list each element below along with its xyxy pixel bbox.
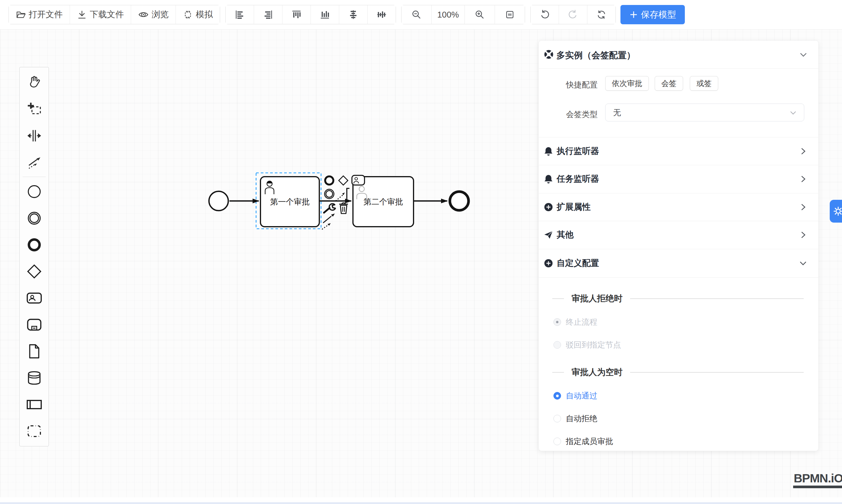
radio-circle — [554, 392, 561, 400]
align-top-icon — [291, 10, 302, 20]
radio-auto-reject[interactable]: 自动拒绝 — [554, 413, 597, 424]
bpmn-io-logo[interactable]: BPMN.iO — [793, 471, 842, 488]
create-data-store[interactable] — [20, 364, 49, 391]
empty-title: 审批人为空时 — [572, 366, 622, 378]
bpmn-editor: 打开文件 下载文件 浏览 模拟 — [0, 0, 842, 504]
toolbar: 打开文件 下载文件 浏览 模拟 — [0, 0, 842, 30]
create-gateway[interactable] — [20, 258, 49, 285]
connect-tool-button[interactable] — [321, 213, 337, 231]
file-button-group: 打开文件 下载文件 浏览 模拟 — [8, 5, 220, 24]
align-center-button[interactable] — [339, 5, 368, 24]
align-right-icon — [263, 10, 273, 20]
group-icon — [26, 423, 42, 439]
create-subprocess[interactable] — [20, 311, 49, 338]
chevron-down-icon[interactable] — [799, 51, 808, 59]
space-tool-icon — [27, 128, 42, 143]
append-gateway-button[interactable] — [337, 174, 349, 187]
sign-type-label: 会签类型 — [539, 109, 598, 120]
zoom-out-button[interactable] — [402, 5, 432, 24]
align-bottom-button[interactable] — [311, 5, 339, 24]
refresh-button[interactable] — [587, 5, 615, 24]
download-icon — [77, 10, 87, 20]
task-label: 第一个审批 — [261, 197, 319, 207]
create-participant[interactable] — [20, 391, 49, 418]
empty-title-divider: 审批人为空时 — [539, 366, 818, 378]
chevron-right-icon — [800, 231, 807, 239]
chevron-down-icon — [789, 110, 797, 116]
open-file-label: 打开文件 — [29, 9, 63, 20]
section-extended-properties[interactable]: 扩展属性 — [539, 198, 818, 216]
trash-icon[interactable] — [338, 201, 349, 214]
align-middle-vertical-icon — [376, 10, 387, 20]
align-center-horizontal-icon — [348, 10, 358, 20]
radio-return-to-node[interactable]: 驳回到指定节点 — [554, 340, 621, 350]
download-file-label: 下载文件 — [90, 9, 124, 20]
create-group[interactable] — [20, 418, 49, 444]
quick-btn-orsign[interactable]: 或签 — [690, 76, 718, 91]
reject-title: 审批人拒绝时 — [572, 293, 622, 305]
create-user-task[interactable] — [20, 285, 49, 311]
section-label: 执行监听器 — [557, 145, 599, 157]
radio-terminate-process[interactable]: 终止流程 — [554, 317, 597, 327]
radio-label: 自动通过 — [566, 391, 597, 401]
gateway-icon — [26, 263, 42, 280]
sign-type-select[interactable]: 无 — [605, 104, 804, 121]
append-end-event-button[interactable] — [323, 175, 335, 186]
append-intermediate-event-button[interactable] — [323, 188, 335, 200]
bottom-accent-strip — [0, 502, 842, 504]
section-task-listeners[interactable]: 任务监听器 — [539, 170, 818, 188]
start-event-icon — [26, 183, 42, 200]
open-file-button[interactable]: 打开文件 — [9, 5, 70, 24]
download-file-button[interactable]: 下载文件 — [70, 5, 131, 24]
folder-open-icon — [16, 10, 26, 20]
section-custom-config[interactable]: 自定义配置 — [539, 254, 818, 272]
zoom-in-button[interactable] — [465, 5, 495, 24]
radio-circle — [554, 341, 561, 349]
append-text-annotation-button[interactable] — [335, 187, 351, 202]
fit-viewport-button[interactable] — [495, 5, 525, 24]
align-middle-button[interactable] — [368, 5, 396, 24]
lasso-icon — [27, 102, 42, 117]
section-label: 其他 — [557, 229, 574, 241]
radio-auto-pass[interactable]: 自动通过 — [554, 391, 597, 401]
sign-type-value: 无 — [613, 107, 621, 118]
radio-label: 驳回到指定节点 — [566, 340, 621, 350]
hand-tool[interactable] — [20, 69, 49, 96]
align-right-button[interactable] — [254, 5, 282, 24]
chevron-down-icon — [799, 259, 807, 267]
section-label: 扩展属性 — [557, 201, 591, 213]
panel-divider — [539, 249, 818, 249]
section-other[interactable]: 其他 — [539, 226, 818, 244]
redo-button[interactable] — [559, 5, 587, 24]
simulate-button[interactable]: 模拟 — [176, 5, 220, 24]
section-execution-listeners[interactable]: 执行监听器 — [539, 142, 818, 160]
zoom-in-icon — [474, 10, 485, 20]
eye-icon — [138, 10, 149, 20]
quick-btn-sequential[interactable]: 依次审批 — [605, 76, 649, 91]
undo-button[interactable] — [531, 5, 559, 24]
settings-tab[interactable] — [830, 200, 842, 222]
align-top-button[interactable] — [282, 5, 311, 24]
wrench-icon[interactable] — [322, 202, 337, 214]
create-intermediate-event[interactable] — [20, 205, 49, 231]
space-tool[interactable] — [20, 122, 49, 149]
radio-label: 自动拒绝 — [566, 413, 597, 424]
refresh-icon — [596, 10, 607, 20]
chevron-right-icon — [800, 203, 807, 212]
data-object-icon — [26, 343, 42, 360]
preview-button[interactable]: 浏览 — [131, 5, 176, 24]
quick-btn-countersign[interactable]: 会签 — [655, 76, 683, 91]
user-icon — [264, 180, 275, 195]
lasso-tool[interactable] — [20, 96, 49, 122]
create-start-event[interactable] — [20, 178, 49, 205]
task-first-approval[interactable]: 第一个审批 — [260, 176, 320, 227]
align-bottom-icon — [320, 10, 330, 20]
radio-assign-member[interactable]: 指定成员审批 — [554, 436, 613, 447]
gear-icon — [833, 206, 842, 216]
global-connect-tool[interactable] — [20, 149, 49, 176]
align-left-button[interactable] — [226, 5, 254, 24]
save-model-button[interactable]: 保存模型 — [620, 5, 685, 24]
create-end-event[interactable] — [20, 231, 49, 258]
create-data-object[interactable] — [20, 338, 49, 364]
append-user-task-button[interactable] — [351, 175, 365, 186]
